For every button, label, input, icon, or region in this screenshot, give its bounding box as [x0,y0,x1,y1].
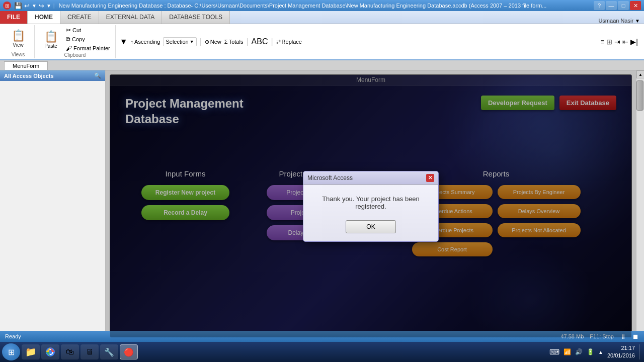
new-record-btn[interactable]: ⊕ New [205,39,221,45]
user-name: Usmaan Nasir [598,18,633,24]
ribbon-separator-1: | [200,37,202,46]
dialog-close-btn[interactable]: ✕ [426,174,434,182]
outdent-icon[interactable]: ⇤ [622,38,628,46]
nav-header: All Access Objects 🔍 [0,70,105,81]
taskbar-show-desktop[interactable] [639,344,642,359]
copy-btn[interactable]: ⧉ Copy [65,35,111,43]
format-painter-btn[interactable]: 🖌 Format Painter [65,44,111,52]
format-painter-icon: 🖌 [66,45,72,52]
nav-title: All Access Objects [4,73,54,79]
paste-label: Paste [44,43,57,49]
clipboard-group-label: Clipboard [39,52,111,58]
cut-btn[interactable]: ✂ Cut [65,26,111,34]
ascending-btn[interactable]: ↑ Ascending [131,39,160,45]
taskbar-battery-icon: 🔋 [587,348,594,355]
minimize-btn[interactable]: — [606,1,617,10]
totals-icon: Σ [224,39,228,45]
filter-icon[interactable]: ▼ [120,37,128,46]
title-text: New Manufacturing Engineering Database :… [59,3,590,9]
list-icon[interactable]: ≡ [600,38,604,46]
qat-more-icon[interactable]: ▼ [46,3,51,9]
replace-btn[interactable]: ⇄ Replace [276,39,302,45]
dialog-title-bar: Microsoft Access ✕ [303,171,438,185]
nav-search-icon[interactable]: 🔍 [94,72,101,79]
menu-form-tab[interactable]: MenuForm [4,61,48,70]
dialog-body: Thank you. Your project has been registe… [303,185,438,216]
cut-icon: ✂ [66,27,71,34]
maximize-btn[interactable]: □ [618,1,629,10]
selection-arrow-icon: ▼ [190,39,194,44]
dialog-title-text: Microsoft Access [307,174,353,182]
grid-icon[interactable]: ⊞ [606,38,612,46]
taskbar-store[interactable]: 🛍 [61,344,79,359]
ribbon-separator-2: | [246,37,248,46]
tab-dbtools[interactable]: DATABASE TOOLS [162,11,230,24]
ascending-icon: ↑ [131,39,134,45]
taskbar-keyboard-icon: ⌨ [549,348,559,356]
spelling-btn[interactable]: ABC [252,37,268,46]
taskbar-expand-icon[interactable]: ▲ [598,349,603,355]
help-btn[interactable]: ? [594,1,605,10]
new-icon: ⊕ [205,39,209,45]
more-icon[interactable]: ▶| [630,38,638,46]
selection-btn[interactable]: Selection ▼ [163,37,196,46]
new-label: New [210,39,221,45]
stop-icon[interactable]: ⏹ [632,333,639,340]
taskbar-chrome[interactable] [41,344,59,359]
taskbar-clock: 21:17 20/01/2016 [607,344,635,360]
view-big-btn[interactable]: 📋 View [6,26,30,50]
user-dropdown-icon[interactable]: ▼ [635,18,640,24]
view-label: View [13,42,24,48]
view-icon: 📋 [12,29,25,42]
start-button[interactable]: ⊞ [2,343,20,360]
dialog-footer: OK [303,216,438,241]
undo-arrow-icon: ▼ [32,3,37,9]
scrollbar-thumb[interactable] [636,80,643,111]
taskbar-volume-icon: 🔊 [575,348,583,355]
selection-label: Selection [166,39,188,45]
status-text: Ready [5,333,21,339]
taskbar-tool[interactable]: 🔧 [100,344,118,359]
close-btn[interactable]: ✕ [630,1,641,10]
tab-file[interactable]: FILE [0,11,27,24]
taskbar-remote[interactable]: 🖥 [80,344,99,359]
scrollbar-up-arrow[interactable]: ▲ [636,70,644,78]
replace-label: Replace [282,39,302,45]
replace-icon: ⇄ [276,39,281,45]
totals-btn[interactable]: Σ Totals [224,39,244,45]
cut-label: Cut [72,27,81,33]
paste-icon: 📋 [44,30,58,43]
tab-create[interactable]: CREATE [60,11,99,24]
dialog-ok-btn[interactable]: OK [346,220,395,233]
taskbar-network-icon: 📶 [564,348,571,355]
qat-separator: | [53,3,55,9]
copy-label: Copy [72,36,85,42]
paste-btn[interactable]: 📋 Paste [39,27,63,51]
format-painter-label: Format Painter [73,45,110,51]
redo-qat-btn[interactable]: ↪ [39,2,44,10]
views-group-label: Views [12,52,25,57]
indent-icon[interactable]: ⇥ [614,38,620,46]
tab-external[interactable]: EXTERNAL DATA [99,11,162,24]
save-qat-icon[interactable]: 💾 [14,2,22,10]
totals-label: Totals [229,39,244,45]
ribbon-separator-3: | [271,37,273,46]
taskbar-access[interactable]: 🔴 [120,344,138,359]
copy-icon: ⧉ [66,36,70,43]
ascending-label: Ascending [134,39,160,45]
window-icon: ⊞ [3,2,11,10]
taskbar-file-explorer[interactable]: 📁 [22,344,40,359]
tab-home[interactable]: HOME [27,11,60,24]
undo-qat-btn[interactable]: ↩ [24,2,30,10]
